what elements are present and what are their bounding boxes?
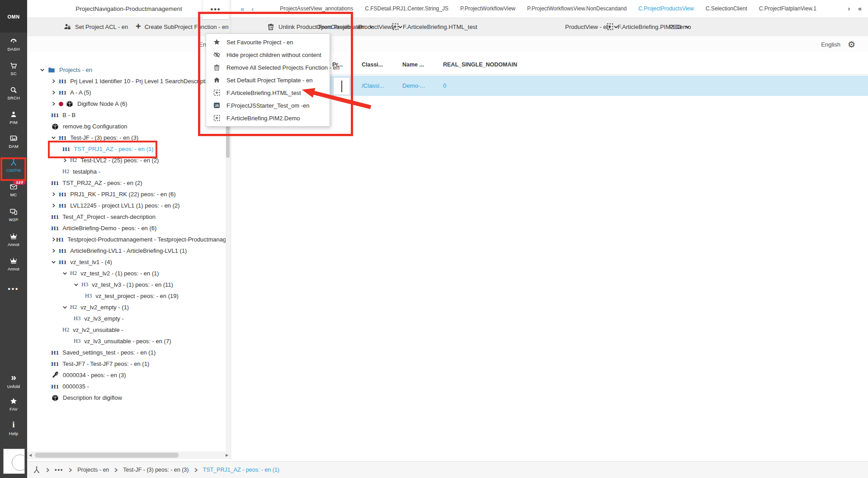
tree-item[interactable]: H3vz_test_project - peos: - en (19) bbox=[27, 290, 230, 302]
scroll-right-arrow[interactable]: ▶ bbox=[224, 453, 230, 457]
tree-item[interactable]: H1Saved_settings_test - peos: - en (1) bbox=[27, 347, 230, 358]
tree-item[interactable]: H3vz_lv3_empty - bbox=[27, 313, 230, 324]
tree-item[interactable]: H10000035 - bbox=[27, 381, 230, 392]
chevron-down-icon[interactable] bbox=[40, 67, 47, 72]
column-header-name----[interactable]: Name ... bbox=[402, 62, 424, 68]
rail-item-sc[interactable]: SC bbox=[0, 62, 27, 76]
tabs-back-icon[interactable]: ‹ bbox=[251, 5, 254, 13]
tree-item[interactable]: H3vz_lv3_unsuitable - peos: - en (7) bbox=[27, 336, 230, 347]
tree-item[interactable]: H1Test_AT_Project - search-decription bbox=[27, 211, 230, 222]
chevron-right-icon[interactable] bbox=[51, 192, 59, 197]
language-value[interactable]: English bbox=[821, 41, 840, 48]
rail-item-annot[interactable]: Annot bbox=[0, 257, 27, 271]
tab-p-projectworkflowsview-nondescandand[interactable]: P.ProjectWorkflowsView.NonDescandand bbox=[527, 5, 627, 12]
tab-p-projectworkflowview[interactable]: P.ProjectWorkflowView bbox=[460, 5, 515, 12]
breadcrumb-item[interactable]: Test-JF - (3) peos: - en (3) bbox=[123, 467, 189, 473]
rail-item-help[interactable]: iHelp bbox=[0, 420, 27, 436]
menu-item-f-articlebriefing-pim2-demo[interactable]: F.ArticleBriefing.PIM2.Demo bbox=[206, 112, 330, 124]
tab-c-selectionclient[interactable]: C.SelectionClient bbox=[706, 5, 747, 12]
menu-item-hide-project-children-without-content[interactable]: Hide project children without content bbox=[206, 48, 330, 61]
chevron-right-icon[interactable] bbox=[51, 101, 59, 106]
rail-item-mc[interactable]: 110MC bbox=[0, 183, 27, 197]
chevron-right-icon[interactable] bbox=[51, 79, 59, 84]
chevron-down-icon[interactable] bbox=[51, 260, 59, 265]
tree-item[interactable]: H1ArticleBriefing-LVL1 - ArticleBriefing… bbox=[27, 245, 230, 256]
rail-item-pim[interactable]: PIM bbox=[0, 110, 27, 125]
scroll-left-arrow[interactable]: ◀ bbox=[27, 453, 33, 457]
chevron-down-icon[interactable] bbox=[74, 282, 81, 287]
breadcrumb-item[interactable]: TST_PRJ1_AZ - peos: - en (1) bbox=[203, 467, 280, 473]
tab-c-projectproductsview[interactable]: C.ProjectProductsView bbox=[638, 5, 694, 12]
tree-item[interactable]: H1PRJ1_RK - PRJ1_RK (22) peos: - en (6) bbox=[27, 189, 230, 200]
rail-item-unfold[interactable]: »Unfold bbox=[0, 372, 27, 389]
tree-item[interactable]: 0000034 - peos: - en (3) bbox=[27, 369, 230, 381]
flow-branch-icon bbox=[9, 158, 18, 166]
tree-item[interactable]: H1Testproject-Productmanagement - Testpr… bbox=[27, 234, 230, 245]
tree-item[interactable]: H1Test-JF - (3) peos: - en (3) bbox=[27, 132, 230, 143]
menu-item-set-default-project-template---en[interactable]: Set Default Project Template - en bbox=[206, 74, 330, 86]
tree-item[interactable]: H2vz_lv2_empty - (1) bbox=[27, 302, 230, 313]
breadcrumb-item[interactable]: Projects - en bbox=[77, 467, 109, 473]
tree-item[interactable]: H2vz_lv2_unsuitable - bbox=[27, 324, 230, 336]
tabs-scroll-start-icon[interactable]: « bbox=[241, 5, 244, 13]
heading-h2-icon: H2 bbox=[62, 168, 69, 175]
menu-item-f-projectjsstarter-test-om--en[interactable]: JSF.ProjectJSStarter_Test_om -en bbox=[206, 99, 330, 112]
gear-icon[interactable]: ⚙ bbox=[848, 39, 855, 50]
tree-item[interactable]: Digiflow Node A (6) bbox=[27, 98, 230, 109]
tree-item[interactable]: H1TST_PRJ2_AZ - peos: - en (2) bbox=[27, 177, 230, 189]
rail-item-fav[interactable]: FAV bbox=[0, 397, 27, 412]
tree-item[interactable]: H3vz_test_lv3 - (1) peos: - en (11) bbox=[27, 279, 230, 290]
chevron-right-icon[interactable] bbox=[51, 203, 59, 208]
rail-item-cm-pm[interactable]: CM/PM bbox=[0, 158, 27, 173]
breadcrumb-ellipsis[interactable]: ••• bbox=[55, 467, 63, 473]
tabs-forward-icon[interactable]: › bbox=[848, 5, 850, 12]
chevron-right-icon[interactable] bbox=[62, 158, 70, 163]
chevron-down-icon[interactable] bbox=[62, 305, 70, 310]
tab-c-projectflatplanview-1[interactable]: C.ProjectFlatplanView.1 bbox=[759, 5, 816, 12]
flow-branch-icon[interactable] bbox=[33, 466, 41, 474]
tab-projectassetview-annotations[interactable]: ProjectAssetView_annotations bbox=[280, 5, 353, 12]
app-logo[interactable]: OMN bbox=[0, 0, 27, 33]
chevron-down-icon[interactable] bbox=[51, 135, 59, 140]
rail-thumbnail[interactable] bbox=[3, 449, 25, 474]
tab-c-fsdetail-prj1-center-string-js[interactable]: C.FSDetail.PRJ1.Center.String_JS bbox=[365, 5, 448, 12]
toolbar-button-f-articelebriefing-html-test[interactable]: F.ArticeleBriefing.HTML_test bbox=[391, 17, 477, 36]
column-header-classi---[interactable]: Classi... bbox=[362, 62, 383, 68]
rail-item-dam[interactable]: DAM bbox=[0, 134, 27, 149]
tree-item[interactable]: H1A - A (5) bbox=[27, 87, 230, 98]
rail-item-dash[interactable]: DASH bbox=[0, 37, 27, 52]
heading-h1-icon: H1 bbox=[59, 78, 66, 85]
tree-item-selected[interactable]: H1TST_PRJ1_AZ - peos: - en (1) bbox=[27, 143, 230, 155]
toolbar-button-set-project-acl---en[interactable]: Set Project ACL - en bbox=[63, 17, 128, 36]
column-header-real-single-nodomain[interactable]: REAL_SINGLE_NODOMAIN bbox=[443, 62, 517, 68]
tree-item[interactable]: H1vz_test_lv1 - (4) bbox=[27, 256, 230, 268]
tree-item[interactable]: H1LVL12245 - project LVL1 (1) peos: - en… bbox=[27, 200, 230, 211]
tree-item[interactable]: H2Test-LVL2 - (25) peos: - en (2) bbox=[27, 155, 230, 166]
tree-item[interactable]: Projects - en bbox=[27, 64, 230, 76]
tree-item[interactable]: H1Prj Level 1 Identifier 10 - Prj Level … bbox=[27, 76, 230, 87]
menu-item-set-favourite-project---en[interactable]: Set Favourite Project - en bbox=[206, 36, 330, 48]
rail-item-more[interactable]: ••• bbox=[0, 285, 27, 293]
rail-item-srch[interactable]: SRCH bbox=[0, 86, 27, 100]
tree-item[interactable]: H2testalpha - bbox=[27, 166, 230, 177]
rail-item-annot[interactable]: Annot bbox=[0, 232, 27, 247]
tree-horizontal-scrollbar[interactable]: ◀ ▶ bbox=[27, 451, 230, 459]
tree-item[interactable]: H1ArticleBriefing-Demo - peos: - en (6) bbox=[27, 222, 230, 234]
menu-item-remove-all-selected-projects-function---en[interactable]: Remove All Selected Projects Function - … bbox=[206, 61, 330, 74]
chevron-right-icon[interactable] bbox=[51, 237, 56, 242]
menu-item-f-articelebriefing-html-test[interactable]: F.ArticeleBriefing.HTML_test bbox=[206, 86, 330, 99]
chevron-down-icon[interactable] bbox=[62, 271, 70, 276]
more-actions-button[interactable]: ••• bbox=[203, 0, 229, 19]
scrollbar-thumb[interactable] bbox=[35, 453, 179, 458]
tree-item[interactable]: H1Test-JF7 - Test-JF7 peos: - en (1) bbox=[27, 358, 230, 369]
tabs-collapse-icon[interactable]: « bbox=[858, 5, 862, 12]
chevron-right-icon[interactable] bbox=[51, 90, 59, 95]
rail-item-w2p[interactable]: W2P bbox=[0, 208, 27, 222]
tree-item[interactable]: remove.bg Configuration bbox=[27, 121, 230, 132]
preview-cell[interactable] bbox=[333, 77, 350, 95]
toolbar-button-peo[interactable]: PEO bbox=[669, 17, 690, 36]
tree-item[interactable]: Description for digiflow bbox=[27, 392, 230, 403]
tree-item[interactable]: H2vz_test_lv2 - (1) peos: - en (1) bbox=[27, 268, 230, 279]
chevron-right-icon[interactable] bbox=[51, 248, 59, 253]
tree-item[interactable]: H1B - B bbox=[27, 109, 230, 121]
